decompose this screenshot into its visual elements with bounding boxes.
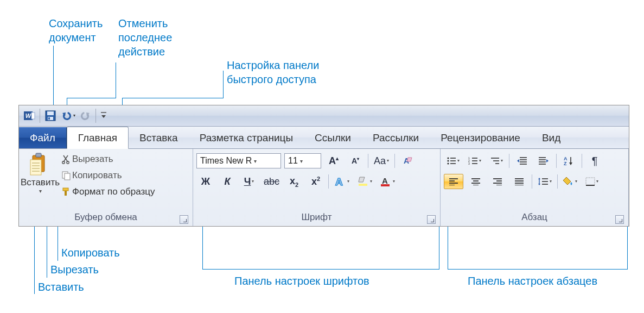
align-right-button[interactable] [488, 174, 507, 189]
dropdown-icon[interactable]: ▾ [252, 179, 254, 184]
tab-file[interactable]: Файл [19, 127, 67, 148]
italic-button[interactable]: К [218, 174, 237, 189]
font-family-combo[interactable]: Times New R ▾ [196, 153, 281, 168]
paste-button[interactable]: Вставить ▾ [22, 151, 58, 212]
borders-button[interactable]: ▾ [583, 174, 601, 189]
sort-button[interactable]: A Z [560, 154, 578, 168]
dropdown-icon[interactable]: ▾ [479, 159, 481, 163]
dropdown-icon[interactable]: ▾ [550, 179, 552, 184]
dropdown-icon[interactable]: ▾ [575, 179, 577, 184]
separator [556, 154, 557, 168]
clear-formatting-button[interactable]: A [398, 154, 417, 168]
save-button[interactable] [42, 108, 59, 124]
callout-paste: Вставить [38, 280, 84, 294]
dropdown-icon[interactable]: ▾ [73, 114, 75, 118]
separator [40, 109, 40, 123]
leader [34, 227, 35, 294]
dropdown-icon[interactable]: ▾ [387, 159, 389, 163]
decrease-indent-button[interactable] [513, 154, 531, 168]
change-case-button[interactable]: Aa ▾ [372, 154, 391, 168]
undo-button[interactable]: ▾ [60, 108, 76, 124]
highlight-button[interactable]: ▾ [355, 174, 374, 189]
format-painter-label: Формат по образцу [72, 186, 155, 197]
svg-point-17 [62, 161, 65, 164]
separator [95, 109, 96, 123]
line-spacing-icon [538, 177, 549, 186]
cut-icon [60, 154, 72, 164]
align-left-button[interactable] [444, 174, 463, 189]
align-left-icon [449, 178, 458, 185]
subscript-icon: x2 [290, 176, 298, 188]
dialog-launcher-font[interactable] [427, 215, 436, 224]
dropdown-icon[interactable]: ▾ [254, 158, 257, 164]
align-center-button[interactable] [467, 174, 485, 189]
tab-insert[interactable]: Вставка [129, 127, 189, 148]
customize-quick-access-button[interactable] [98, 108, 109, 124]
leader [202, 227, 203, 269]
separator [557, 174, 558, 189]
svg-text:W: W [25, 112, 32, 119]
tab-page-layout[interactable]: Разметка страницы [189, 127, 304, 148]
group-paragraph: ▾ 1 2 3 ▾ [441, 149, 629, 226]
bold-button[interactable]: Ж [196, 174, 215, 189]
bullets-button[interactable]: ▾ [444, 154, 462, 168]
line-spacing-button[interactable]: ▾ [535, 174, 554, 189]
underline-button[interactable]: Ч ▾ [240, 174, 258, 189]
leader [122, 98, 223, 98]
shading-button[interactable]: ▾ [561, 174, 579, 189]
numbering-button[interactable]: 1 2 3 ▾ [466, 154, 484, 168]
tab-review[interactable]: Рецензирование [430, 127, 531, 148]
svg-text:3: 3 [468, 162, 470, 165]
ribbon-tabs: Файл Главная Вставка Разметка страницы С… [19, 127, 629, 149]
svg-rect-21 [63, 188, 68, 191]
dropdown-icon[interactable]: ▾ [393, 179, 395, 184]
numbering-icon: 1 2 3 [468, 156, 478, 165]
subscript-button[interactable]: x2 [285, 174, 303, 189]
shrink-font-button[interactable]: A▾ [346, 154, 365, 168]
tab-references[interactable]: Ссылки [304, 127, 362, 148]
clear-formatting-icon: A [401, 155, 413, 166]
word-app-icon[interactable]: W [21, 108, 37, 124]
tab-home[interactable]: Главная [67, 127, 129, 149]
multilevel-list-button[interactable]: ▾ [487, 154, 506, 168]
svg-rect-6 [48, 117, 50, 120]
dropdown-icon[interactable]: ▾ [457, 159, 460, 163]
dropdown-icon[interactable]: ▾ [300, 158, 303, 164]
justify-button[interactable] [510, 174, 528, 189]
format-painter-button[interactable]: Формат по образцу [60, 184, 155, 200]
dialog-launcher-clipboard[interactable] [180, 215, 188, 224]
highlight-icon [357, 176, 369, 187]
dropdown-icon[interactable]: ▾ [596, 179, 598, 184]
redo-button[interactable] [77, 108, 93, 124]
svg-point-30 [447, 160, 449, 161]
cut-button[interactable]: Вырезать [60, 151, 155, 167]
svg-rect-4 [47, 111, 54, 115]
pilcrow-icon: ¶ [592, 155, 598, 167]
separator [582, 154, 582, 168]
strikethrough-button[interactable]: abc [262, 174, 282, 189]
save-icon [44, 110, 56, 122]
dialog-launcher-paragraph[interactable] [615, 215, 624, 224]
ribbon: W ▾ [18, 105, 629, 227]
decrease-indent-icon [517, 156, 527, 165]
font-size-combo[interactable]: 11 ▾ [284, 153, 321, 168]
copy-label: Копировать [72, 170, 122, 181]
increase-indent-button[interactable] [534, 154, 553, 168]
dropdown-icon[interactable]: ▾ [347, 179, 349, 184]
callout-undo: Отменить последнее действие [118, 16, 172, 59]
dropdown-icon[interactable]: ▾ [39, 188, 42, 194]
tab-mailings[interactable]: Рассылки [362, 127, 430, 148]
dropdown-icon[interactable]: ▾ [370, 179, 372, 184]
copy-button[interactable]: Копировать [60, 167, 155, 184]
text-effects-button[interactable]: A ▾ [332, 174, 352, 189]
grow-font-button[interactable]: A▴ [324, 154, 343, 168]
tab-view[interactable]: Вид [531, 127, 571, 148]
dropdown-icon[interactable]: ▾ [501, 159, 503, 163]
svg-rect-9 [36, 153, 41, 157]
ribbon-groups: Вставить ▾ [19, 149, 629, 226]
show-hide-button[interactable]: ¶ [585, 154, 604, 168]
svg-rect-10 [30, 160, 41, 175]
font-color-button[interactable]: A ▾ [378, 174, 397, 189]
superscript-button[interactable]: x2 [307, 174, 325, 189]
shading-icon [563, 177, 574, 186]
